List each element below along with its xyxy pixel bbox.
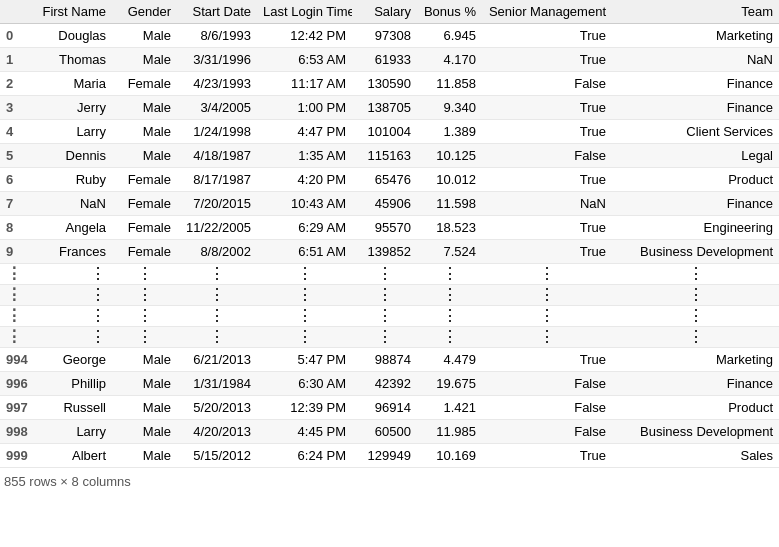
dots-fname: ⋮ xyxy=(32,306,112,327)
cell-lastlogin: 1:35 AM xyxy=(257,144,352,168)
cell-salary: 139852 xyxy=(352,240,417,264)
cell-senior: True xyxy=(482,96,612,120)
cell-bonus: 4.170 xyxy=(417,48,482,72)
cell-senior: False xyxy=(482,72,612,96)
cell-team: Sales xyxy=(612,444,779,468)
dots-row: ⋮ ⋮ ⋮ ⋮ ⋮ ⋮ ⋮ ⋮ ⋮ xyxy=(0,285,779,306)
cell-salary: 98874 xyxy=(352,348,417,372)
cell-team: Legal xyxy=(612,144,779,168)
dots-salary: ⋮ xyxy=(352,285,417,306)
table-row: 9 Frances Female 8/8/2002 6:51 AM 139852… xyxy=(0,240,779,264)
cell-firstname: Albert xyxy=(32,444,112,468)
dots-gender: ⋮ xyxy=(112,327,177,348)
dots-row: ⋮ ⋮ ⋮ ⋮ ⋮ ⋮ ⋮ ⋮ ⋮ xyxy=(0,264,779,285)
cell-idx: 5 xyxy=(0,144,32,168)
dots-start: ⋮ xyxy=(177,264,257,285)
cell-salary: 45906 xyxy=(352,192,417,216)
dots-gender: ⋮ xyxy=(112,285,177,306)
cell-gender: Male xyxy=(112,24,177,48)
cell-senior: True xyxy=(482,24,612,48)
cell-startdate: 8/17/1987 xyxy=(177,168,257,192)
cell-idx: 997 xyxy=(0,396,32,420)
dots-team: ⋮ xyxy=(612,264,779,285)
table-row: 8 Angela Female 11/22/2005 6:29 AM 95570… xyxy=(0,216,779,240)
cell-lastlogin: 6:30 AM xyxy=(257,372,352,396)
cell-gender: Female xyxy=(112,72,177,96)
table-row: 3 Jerry Male 3/4/2005 1:00 PM 138705 9.3… xyxy=(0,96,779,120)
table-row: 998 Larry Male 4/20/2013 4:45 PM 60500 1… xyxy=(0,420,779,444)
col-header-firstname: First Name xyxy=(32,0,112,24)
cell-firstname: NaN xyxy=(32,192,112,216)
table-row: 2 Maria Female 4/23/1993 11:17 AM 130590… xyxy=(0,72,779,96)
cell-startdate: 7/20/2015 xyxy=(177,192,257,216)
cell-salary: 97308 xyxy=(352,24,417,48)
cell-salary: 101004 xyxy=(352,120,417,144)
dots-idx: ⋮ xyxy=(0,264,32,285)
cell-senior: NaN xyxy=(482,192,612,216)
cell-startdate: 11/22/2005 xyxy=(177,216,257,240)
cell-idx: 998 xyxy=(0,420,32,444)
cell-senior: True xyxy=(482,216,612,240)
cell-gender: Male xyxy=(112,444,177,468)
cell-idx: 4 xyxy=(0,120,32,144)
cell-salary: 65476 xyxy=(352,168,417,192)
cell-bonus: 6.945 xyxy=(417,24,482,48)
cell-startdate: 1/24/1998 xyxy=(177,120,257,144)
cell-idx: 7 xyxy=(0,192,32,216)
dots-idx: ⋮ xyxy=(0,285,32,306)
cell-firstname: Dennis xyxy=(32,144,112,168)
cell-salary: 129949 xyxy=(352,444,417,468)
cell-gender: Female xyxy=(112,192,177,216)
table-row: 994 George Male 6/21/2013 5:47 PM 98874 … xyxy=(0,348,779,372)
table-row: 1 Thomas Male 3/31/1996 6:53 AM 61933 4.… xyxy=(0,48,779,72)
cell-bonus: 4.479 xyxy=(417,348,482,372)
cell-senior: True xyxy=(482,348,612,372)
cell-firstname: Douglas xyxy=(32,24,112,48)
cell-senior: False xyxy=(482,144,612,168)
cell-startdate: 3/31/1996 xyxy=(177,48,257,72)
dots-senior: ⋮ xyxy=(482,264,612,285)
cell-idx: 999 xyxy=(0,444,32,468)
table-row: 997 Russell Male 5/20/2013 12:39 PM 9691… xyxy=(0,396,779,420)
cell-lastlogin: 5:47 PM xyxy=(257,348,352,372)
dots-login: ⋮ xyxy=(257,285,352,306)
cell-gender: Male xyxy=(112,372,177,396)
col-header-team: Team xyxy=(612,0,779,24)
cell-startdate: 4/18/1987 xyxy=(177,144,257,168)
cell-startdate: 5/15/2012 xyxy=(177,444,257,468)
row-count-label: 855 rows × 8 columns xyxy=(4,474,131,489)
cell-salary: 96914 xyxy=(352,396,417,420)
cell-team: Marketing xyxy=(612,348,779,372)
cell-senior: True xyxy=(482,240,612,264)
cell-senior: False xyxy=(482,420,612,444)
dots-gender: ⋮ xyxy=(112,306,177,327)
data-table: First Name Gender Start Date Last Login … xyxy=(0,0,779,468)
dots-senior: ⋮ xyxy=(482,285,612,306)
cell-startdate: 8/6/1993 xyxy=(177,24,257,48)
dots-idx: ⋮ xyxy=(0,306,32,327)
cell-firstname: Phillip xyxy=(32,372,112,396)
cell-firstname: Angela xyxy=(32,216,112,240)
cell-gender: Male xyxy=(112,48,177,72)
cell-firstname: Ruby xyxy=(32,168,112,192)
cell-gender: Female xyxy=(112,216,177,240)
cell-team: Finance xyxy=(612,372,779,396)
col-header-gender: Gender xyxy=(112,0,177,24)
cell-salary: 138705 xyxy=(352,96,417,120)
dots-salary: ⋮ xyxy=(352,306,417,327)
cell-idx: 6 xyxy=(0,168,32,192)
col-header-lastlogin: Last Login Time xyxy=(257,0,352,24)
dots-login: ⋮ xyxy=(257,327,352,348)
col-header-startdate: Start Date xyxy=(177,0,257,24)
cell-startdate: 1/31/1984 xyxy=(177,372,257,396)
cell-lastlogin: 6:29 AM xyxy=(257,216,352,240)
cell-firstname: Jerry xyxy=(32,96,112,120)
dots-fname: ⋮ xyxy=(32,327,112,348)
cell-lastlogin: 1:00 PM xyxy=(257,96,352,120)
cell-senior: True xyxy=(482,444,612,468)
dots-bonus: ⋮ xyxy=(417,306,482,327)
cell-firstname: Thomas xyxy=(32,48,112,72)
cell-senior: False xyxy=(482,372,612,396)
cell-team: Business Development xyxy=(612,420,779,444)
cell-startdate: 3/4/2005 xyxy=(177,96,257,120)
